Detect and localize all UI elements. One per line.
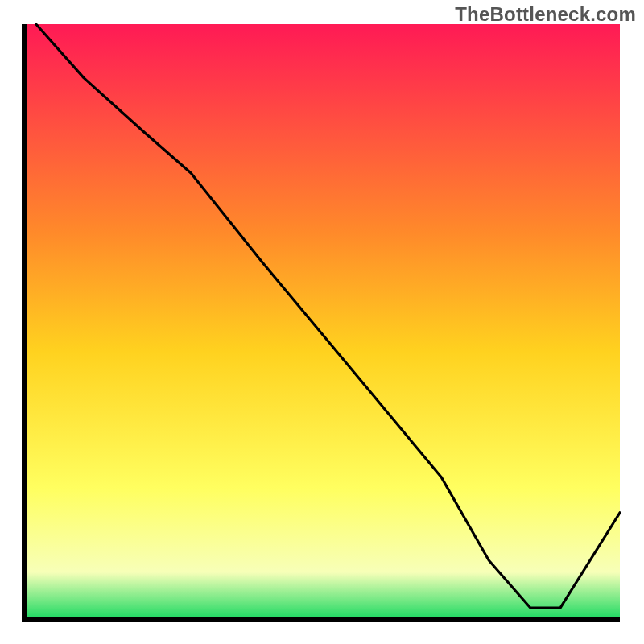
chart-container: TheBottleneck.com: [0, 0, 644, 644]
chart-svg: [0, 0, 644, 644]
plot-background: [24, 24, 620, 620]
